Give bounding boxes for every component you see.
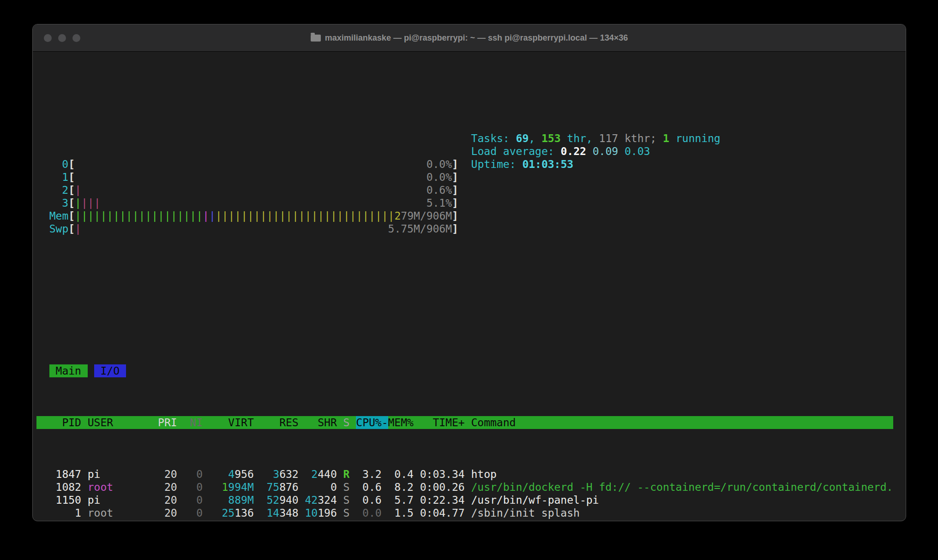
col-cpu: 3.2	[356, 468, 381, 481]
col-pri: 20	[151, 468, 177, 481]
col-virt: 25136	[203, 506, 254, 519]
col-time: 0:04.77	[414, 506, 465, 519]
meter-mem: Mem[||||||||||||||||||||||||||||||||||||…	[36, 209, 902, 222]
process-table: 1847pi200495636322440R3.20.40:03.34htop1…	[36, 468, 902, 521]
col-command: Command	[471, 416, 893, 429]
meter-cpu-3: 3[||||5.1%]	[36, 197, 902, 209]
tab-io[interactable]: I/O	[94, 364, 126, 377]
uptime-line: Uptime: 01:03:53	[471, 158, 721, 171]
meter-swp: Swp[|5.75M/906M]	[36, 222, 902, 235]
col-res: 3632	[254, 468, 299, 481]
minimize-button[interactable]	[58, 34, 66, 42]
htop-screen: 0[0.0%]1[0.0%]2[|0.6%]3[||||5.1%]Mem[|||…	[33, 52, 906, 521]
process-row[interactable]: 300root2003149290327664S0.01.00:00.74/us…	[36, 519, 893, 521]
meters-column: 0[0.0%]1[0.0%]2[|0.6%]3[||||5.1%]Mem[|||…	[36, 158, 902, 235]
folder-icon	[311, 35, 321, 42]
col-mem: 5.7	[388, 494, 414, 506]
col-pid: 300	[36, 519, 81, 521]
load-average-line: Load average: 0.22 0.09 0.03	[471, 145, 721, 158]
col-shr: 7664	[299, 519, 337, 521]
process-row[interactable]: 1847pi200495636322440R3.20.40:03.34htop	[36, 468, 893, 481]
col-state: S	[343, 416, 350, 429]
col-state: S	[343, 494, 350, 506]
meter-bars: |	[75, 184, 81, 197]
col-state: S	[343, 481, 350, 494]
meter-value: 0.0%	[427, 171, 452, 184]
tasks-line: Tasks: 69, 153 thr, 117 kthr; 1 running	[471, 132, 721, 145]
col-ni: 0	[177, 481, 203, 494]
col-pid: 1082	[36, 481, 81, 494]
meter-bars: ||||||||||||||||||||||||||||||||||||||||…	[75, 209, 394, 222]
col-sort-arrow: -	[382, 416, 388, 429]
col-time: TIME+	[414, 416, 465, 429]
process-row[interactable]: 1150pi200889M5294042324S0.65.70:22.34/us…	[36, 494, 893, 506]
col-ni: 0	[177, 468, 203, 481]
meters-section: 0[0.0%]1[0.0%]2[|0.6%]3[||||5.1%]Mem[|||…	[36, 132, 902, 274]
col-ni: 0	[177, 519, 203, 521]
meter-value: 5.75M/906M	[388, 222, 452, 235]
col-res: 52940	[254, 494, 299, 506]
col-user: root	[88, 481, 151, 494]
col-virt: 1994M	[203, 481, 254, 494]
col-state: S	[343, 506, 350, 519]
col-cpu: 0.0	[356, 519, 381, 521]
titlebar[interactable]: maximiliankaske — pi@raspberrypi: ~ — ss…	[33, 24, 906, 52]
col-pri: PRI	[151, 416, 177, 429]
col-virt: 4956	[203, 468, 254, 481]
col-pid: 1	[36, 506, 81, 519]
screen-tabs: MainI/O	[36, 364, 902, 377]
col-shr: SHR	[299, 416, 337, 429]
col-cpu: 0.0	[356, 506, 381, 519]
zoom-button[interactable]	[72, 34, 80, 42]
col-res: RES	[254, 416, 299, 429]
process-row[interactable]: 1root200251361434810196S0.01.50:04.77/sb…	[36, 506, 893, 519]
col-shr: 42324	[299, 494, 337, 506]
col-pid: PID	[36, 416, 81, 429]
col-ni: 0	[177, 506, 203, 519]
col-user: pi	[88, 468, 151, 481]
blank-row	[36, 80, 902, 93]
meter-value: 279M/906M	[394, 209, 452, 222]
col-user: root	[88, 506, 151, 519]
meter-cpu-1: 1[0.0%]	[36, 171, 902, 184]
col-mem: 8.2	[388, 481, 414, 494]
col-shr: 2440	[299, 468, 337, 481]
process-row[interactable]: 1082root2001994M758760S0.68.20:00.26/usr…	[36, 481, 893, 494]
col-command: /usr/bin/wf-panel-pi	[471, 494, 893, 506]
meter-bars: ||||	[75, 197, 100, 209]
col-mem: 1.0	[388, 519, 414, 521]
col-command: /usr/lib/systemd/systemd-journald	[471, 519, 893, 521]
meter-value: 5.1%	[427, 197, 452, 209]
meter-cpu-2: 2[|0.6%]	[36, 184, 902, 197]
window-title: maximiliankaske — pi@raspberrypi: ~ — ss…	[325, 33, 628, 43]
col-time: 0:00.74	[414, 519, 465, 521]
meter-cpu-0: 0[0.0%]	[36, 158, 902, 171]
col-res: 9032	[254, 519, 299, 521]
col-mem: 0.4	[388, 468, 414, 481]
table-header-row[interactable]: PIDUSERPRINIVIRTRESSHRSCPU%-MEM%TIME+Com…	[36, 416, 893, 429]
col-user: USER	[88, 416, 151, 429]
col-pri: 20	[151, 481, 177, 494]
meter-value: 0.0%	[427, 158, 452, 171]
close-button[interactable]	[44, 34, 52, 42]
terminal-window: maximiliankaske — pi@raspberrypi: ~ — ss…	[32, 24, 906, 521]
col-state: S	[343, 519, 350, 521]
col-res: 14348	[254, 506, 299, 519]
col-cpu: CPU%	[356, 416, 381, 429]
col-user: pi	[88, 494, 151, 506]
col-pri: 20	[151, 519, 177, 521]
col-pid: 1150	[36, 494, 81, 506]
col-time: 0:03.34	[414, 468, 465, 481]
col-shr: 10196	[299, 506, 337, 519]
tab-main[interactable]: Main	[49, 364, 88, 377]
col-cpu: 0.6	[356, 494, 381, 506]
col-command: /usr/bin/dockerd -H fd:// --containerd=/…	[471, 481, 893, 494]
col-mem: 1.5	[388, 506, 414, 519]
col-ni: 0	[177, 494, 203, 506]
info-column: Tasks: 69, 153 thr, 117 kthr; 1 runningL…	[471, 132, 721, 171]
meter-bars: |	[75, 222, 81, 235]
col-virt: VIRT	[203, 416, 254, 429]
col-pri: 20	[151, 506, 177, 519]
blank-row	[36, 313, 902, 326]
col-res: 75876	[254, 481, 299, 494]
